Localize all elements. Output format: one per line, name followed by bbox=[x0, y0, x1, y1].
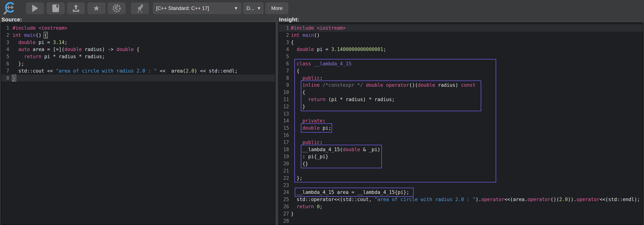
insight-code-line: 14 private: bbox=[279, 117, 643, 124]
insight-code-line: 13 bbox=[279, 110, 643, 117]
line-number: 23 bbox=[279, 182, 289, 189]
insight-code-line: 22 }; bbox=[279, 175, 643, 182]
code-text: double pi = 3.1400000000000001; bbox=[291, 46, 386, 53]
code-text: double pi = 3.14; bbox=[12, 39, 67, 46]
svg-text:€: € bbox=[115, 5, 118, 11]
line-number: 17 bbox=[279, 139, 289, 146]
code-text: auto area = [=](double radius) -> double… bbox=[12, 46, 140, 53]
euro-gear-icon: € bbox=[112, 4, 121, 13]
bird-icon bbox=[136, 3, 144, 13]
share-button[interactable] bbox=[67, 2, 85, 14]
insight-code-line: 8 public: bbox=[279, 75, 643, 82]
code-text: inline /*constexpr */ double operator()(… bbox=[291, 82, 476, 89]
insight-code-line: 10 { bbox=[279, 89, 643, 96]
line-number: 6 bbox=[1, 60, 9, 67]
line-number: 5 bbox=[279, 53, 289, 60]
insight-code-line: 7 { bbox=[279, 67, 643, 75]
insight-code-line: 24 __lambda_4_15 area = __lambda_4_15{pi… bbox=[279, 189, 643, 196]
line-number: 8 bbox=[279, 75, 289, 82]
floppy-icon bbox=[52, 4, 59, 12]
code-text: int main() bbox=[291, 32, 320, 39]
donate-button[interactable]: € bbox=[108, 2, 126, 14]
line-number: 6 bbox=[279, 60, 289, 67]
insight-code-line: 26 return 0; bbox=[279, 203, 643, 210]
code-text: } bbox=[291, 103, 305, 110]
insight-code-line: 28 bbox=[279, 218, 643, 225]
code-text: { bbox=[291, 67, 300, 75]
line-number: 20 bbox=[279, 160, 289, 167]
source-code-editor[interactable]: 1#include <iostream>2int main() {3 doubl… bbox=[1, 22, 275, 225]
code-text: return (pi * radius) * radius; bbox=[291, 96, 395, 103]
secondary-dropdown-value: D... bbox=[246, 5, 254, 11]
code-text: std::operator<<(std::cout, "area of circ… bbox=[291, 196, 640, 203]
line-number: 7 bbox=[1, 67, 9, 75]
save-button[interactable] bbox=[47, 2, 65, 14]
code-text: double pi; bbox=[291, 124, 331, 132]
upload-icon bbox=[72, 4, 80, 12]
source-code-line: 8} bbox=[1, 75, 275, 82]
source-code-line: 5 return pi * radius * radius; bbox=[1, 53, 275, 60]
line-number: 15 bbox=[279, 124, 289, 132]
source-code-line: 6 }; bbox=[1, 60, 275, 67]
line-number: 19 bbox=[279, 153, 289, 160]
line-number: 9 bbox=[279, 82, 289, 89]
line-number: 11 bbox=[279, 96, 289, 103]
line-number: 16 bbox=[279, 132, 289, 139]
insight-code-line: 20 {} bbox=[279, 160, 643, 167]
code-text: std::cout << "area of circle with radius… bbox=[12, 67, 238, 75]
insight-code-line: 3{ bbox=[279, 39, 643, 46]
cpp-standard-dropdown[interactable]: [C++ Standard: C++ 17] ▼ bbox=[153, 2, 242, 14]
line-number: 3 bbox=[279, 39, 289, 46]
line-number: 25 bbox=[279, 196, 289, 203]
line-number: 1 bbox=[279, 24, 289, 32]
star-button[interactable]: ★ bbox=[87, 2, 106, 14]
more-button[interactable]: More bbox=[266, 2, 288, 14]
code-text: int main() { bbox=[12, 32, 47, 39]
secondary-dropdown[interactable]: D... ▼ bbox=[243, 2, 264, 14]
code-text: return 0; bbox=[291, 203, 322, 210]
play-icon bbox=[32, 4, 38, 12]
line-number: 2 bbox=[1, 32, 9, 39]
code-text: __lambda_4_15 area = __lambda_4_15{pi}; bbox=[291, 189, 409, 196]
insight-code-line: 27} bbox=[279, 210, 643, 218]
insight-code-viewer[interactable]: 1#include <iostream>2int main()3{4 doubl… bbox=[278, 22, 643, 225]
line-number: 10 bbox=[279, 89, 289, 96]
insight-code-line: 12 } bbox=[279, 103, 643, 110]
insight-code-line: 23 bbox=[279, 182, 643, 189]
code-text: } bbox=[12, 75, 16, 82]
line-number: 4 bbox=[279, 46, 289, 53]
insight-code-line: 21 bbox=[279, 167, 643, 175]
line-number: 27 bbox=[279, 210, 289, 218]
source-code-line: 7 std::cout << "area of circle with radi… bbox=[1, 67, 275, 75]
line-number: 5 bbox=[1, 53, 9, 60]
line-number: 7 bbox=[279, 67, 289, 75]
insight-code-line: 17 public: bbox=[279, 139, 643, 146]
code-text: public: bbox=[291, 139, 326, 146]
cpp-standard-dropdown-value: [C++ Standard: C++ 17] bbox=[156, 5, 209, 11]
run-button[interactable] bbox=[26, 2, 44, 14]
insight-code-line: 25 std::operator<<(std::cout, "area of c… bbox=[279, 196, 643, 203]
insight-code-line: 4 double pi = 3.1400000000000001; bbox=[279, 46, 643, 53]
insight-panel-label: Insight: bbox=[279, 16, 299, 22]
line-number: 14 bbox=[279, 117, 289, 124]
twitter-button[interactable] bbox=[131, 2, 149, 14]
code-text: #include <iostream> bbox=[12, 24, 67, 32]
chevron-down-icon: ▼ bbox=[234, 6, 238, 11]
code-text: { bbox=[291, 89, 305, 96]
line-number: 21 bbox=[279, 167, 289, 175]
line-number: 13 bbox=[279, 110, 289, 117]
insight-code-line: 19 : pi{_pi} bbox=[279, 153, 643, 160]
code-text: #include <iostream> bbox=[291, 24, 346, 32]
insight-code-line: 6 class __lambda_4_15 bbox=[279, 60, 643, 67]
line-number: 2 bbox=[279, 32, 289, 39]
cpp-insights-logo[interactable] bbox=[2, 1, 16, 16]
line-number: 1 bbox=[1, 24, 9, 32]
line-number: 8 bbox=[1, 75, 9, 82]
line-number: 22 bbox=[279, 175, 289, 182]
toolbar: ★ € [C++ Standard: C++ 17] ▼ D... ▼ More bbox=[0, 0, 644, 16]
source-code-area: 1#include <iostream>2int main() {3 doubl… bbox=[1, 23, 275, 82]
insight-code-area: 1#include <iostream>2int main()3{4 doubl… bbox=[279, 23, 643, 225]
chevron-down-icon: ▼ bbox=[257, 6, 261, 11]
line-number: 18 bbox=[279, 146, 289, 153]
line-number: 3 bbox=[1, 39, 9, 46]
